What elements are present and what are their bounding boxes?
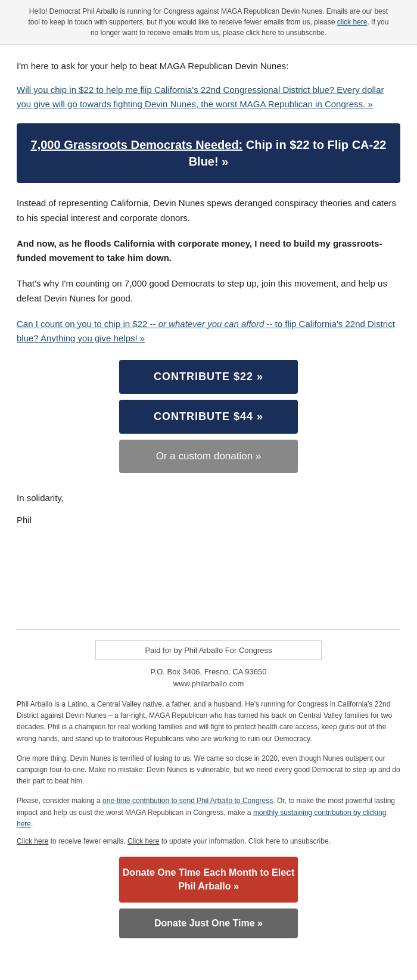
donate-onetime-button[interactable]: Donate Just One Time » [119, 909, 298, 938]
spacer [17, 534, 400, 617]
second-cta-link[interactable]: Can I count on you to chip in $22 -- or … [17, 317, 400, 346]
second-link-prefix: Can I count on you to chip in $22 -- [17, 319, 158, 329]
body-para1: Instead of representing California, Devi… [17, 196, 400, 226]
address-line: P.O. Box 3406, Fresno, CA 93650 [151, 667, 267, 676]
footer-address: P.O. Box 3406, Fresno, CA 93650 www.phil… [17, 666, 400, 691]
banner-text: Hello! Democrat Phil Arballo is running … [29, 7, 388, 26]
paid-for-text: Paid for by Phil Arballo For Congress [145, 646, 272, 655]
footer-bio: Phil Arballo is a Latino, a Central Vall… [17, 699, 400, 745]
body-para3: That's why I'm counting on 7,000 good De… [17, 276, 400, 306]
footer-note: One more thing: Devin Nunes is terrified… [17, 753, 400, 788]
buttons-container: CONTRIBUTE $22 » CONTRIBUTE $44 » Or a c… [17, 360, 400, 473]
cta-box[interactable]: 7,000 Grassroots Democrats Needed: Chip … [17, 123, 400, 183]
main-content: I'm here to ask for your help to beat MA… [0, 45, 417, 629]
cta-box-line1: 7,000 Grassroots Democrats Needed: [31, 138, 243, 151]
unsubscribe-text: Click here to unsubscribe. [248, 837, 331, 845]
cta-suffix: . [31, 820, 33, 828]
footer-links: Click here to receive fewer emails. Clic… [17, 836, 400, 847]
footer: Paid for by Phil Arballo For Congress P.… [0, 640, 417, 950]
intro-paragraph: I'm here to ask for your help to beat MA… [17, 59, 400, 73]
fewer-emails-link[interactable]: Click here [17, 837, 48, 845]
footer-cta-text: Please, consider making a one-time contr… [17, 795, 400, 830]
body-para2: And now, as he floods California with co… [17, 237, 400, 266]
contribute-44-button[interactable]: CONTRIBUTE $44 » [119, 400, 298, 434]
contribute-22-button[interactable]: CONTRIBUTE $22 » [119, 360, 298, 394]
main-cta-link[interactable]: Will you chip in $22 to help me flip Cal… [17, 83, 400, 111]
second-link-em: or whatever you can afford [158, 319, 264, 329]
cta-prefix: Please, consider making a [17, 797, 102, 805]
footer-one-time-link[interactable]: one-time contribution to send Phil Arbal… [102, 797, 273, 805]
top-banner: Hello! Democrat Phil Arballo is running … [0, 0, 417, 45]
footer-divider [17, 629, 400, 630]
website: www.philarballo.com [173, 679, 244, 688]
cta-box-text: 7,000 Grassroots Democrats Needed: Chip … [29, 136, 388, 170]
custom-donation-button[interactable]: Or a custom donation » [119, 440, 298, 473]
sign-off-name: Phil [17, 512, 400, 528]
update-info-link[interactable]: Click here [127, 837, 159, 845]
donate-monthly-button[interactable]: Donate One Time Each Month to Elect Phil… [119, 857, 298, 903]
sign-off-solidarity: In solidarity, [17, 490, 400, 506]
paid-for-box: Paid for by Phil Arballo For Congress [95, 640, 322, 660]
footer-buttons: Donate One Time Each Month to Elect Phil… [17, 857, 400, 938]
banner-link1[interactable]: click here [337, 18, 368, 26]
